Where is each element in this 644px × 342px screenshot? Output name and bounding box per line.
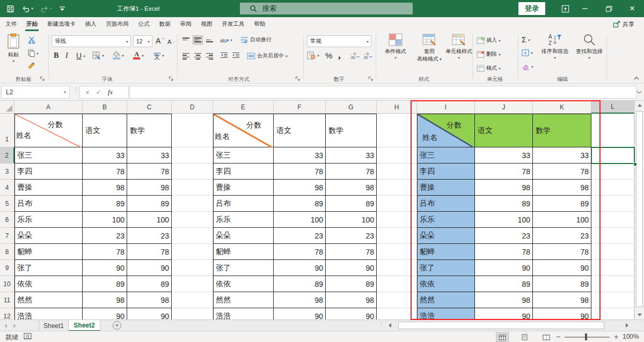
row-header-12[interactable]: 12 <box>0 308 14 319</box>
underline-button[interactable]: U▾ <box>76 51 85 60</box>
cell-chinese-score[interactable]: 98 <box>274 292 326 308</box>
phonetic-guide-button[interactable]: wén 文 ▾ <box>153 51 164 59</box>
formula-bar-splitter[interactable]: ⋮ <box>73 88 75 97</box>
cell-math-score[interactable]: 90 <box>326 260 377 276</box>
middle-align-button[interactable] <box>193 36 202 44</box>
increase-decimal-button[interactable]: ←0.00 <box>350 51 360 59</box>
zoom-slider-track[interactable] <box>565 337 610 338</box>
cell-math-score[interactable]: 33 <box>326 147 377 163</box>
enter-icon[interactable]: ✓ <box>96 88 101 96</box>
formula-input[interactable] <box>129 86 636 99</box>
cell-styles-button[interactable]: 单元格样式 ▾ <box>445 33 472 80</box>
sign-in-button[interactable]: 登录 <box>518 2 545 15</box>
column-header-E[interactable]: E <box>213 101 274 114</box>
scroll-down-icon[interactable] <box>635 310 644 319</box>
column-header-I[interactable]: I <box>417 101 475 114</box>
cell-math-score[interactable]: 89 <box>326 196 377 212</box>
cell-math-score[interactable]: 100 <box>127 212 172 228</box>
cell-name[interactable]: 依依 <box>213 276 274 292</box>
align-center-button[interactable] <box>193 52 202 60</box>
prev-sheet-icon[interactable] <box>4 324 7 328</box>
ribbon-tab-9[interactable]: 开发工具 <box>217 17 250 31</box>
cell-name[interactable]: 浩浩 <box>14 308 83 319</box>
cancel-icon[interactable]: × <box>85 88 90 96</box>
format-as-table-button[interactable]: 套用表格格式 ▾ <box>414 33 444 80</box>
cell-math-score[interactable]: 90 <box>127 260 172 276</box>
cell-chinese-score[interactable]: 23 <box>475 228 533 244</box>
horizontal-scrollbar[interactable]: ⋮ <box>376 320 634 331</box>
scroll-up-icon[interactable] <box>635 101 644 110</box>
alignment-dialog-launcher[interactable] <box>295 76 301 81</box>
cell-math-score[interactable]: 100 <box>533 212 591 228</box>
cell-math-score[interactable]: 98 <box>326 292 377 308</box>
sheet-tab-sheet1[interactable]: Sheet1 <box>39 320 69 331</box>
cell-math-score[interactable]: 98 <box>533 180 591 196</box>
cell-name[interactable]: 吕布 <box>14 196 83 212</box>
cell-name[interactable]: 李四 <box>417 163 475 180</box>
paste-button[interactable]: 粘贴 ▾ <box>3 33 24 80</box>
cell-chinese-score[interactable]: 100 <box>274 212 326 228</box>
cell-chinese-score[interactable]: 89 <box>475 276 533 292</box>
cell-math-score[interactable]: 98 <box>127 292 172 308</box>
bold-button[interactable]: B <box>54 51 58 60</box>
cell-chinese-score[interactable]: 90 <box>475 260 533 276</box>
cell-math-score[interactable]: 78 <box>326 244 377 260</box>
wrap-text-button[interactable]: 自动换行 <box>240 36 272 43</box>
sheet-tab-sheet2[interactable]: Sheet2 <box>69 320 100 331</box>
cell-name[interactable]: 张了 <box>417 260 475 276</box>
row-header-4[interactable]: 4 <box>0 180 14 196</box>
cell-name[interactable]: 张三 <box>213 147 274 163</box>
column-header-C[interactable]: C <box>127 101 172 114</box>
cell-math-score[interactable]: 89 <box>127 196 172 212</box>
cell-math-score[interactable]: 89 <box>533 196 591 212</box>
cell-chinese-score[interactable]: 78 <box>83 244 127 260</box>
cell-name[interactable]: 依依 <box>417 276 475 292</box>
table-header-math[interactable]: 数学 <box>127 114 172 147</box>
decrease-indent-button[interactable] <box>220 52 228 59</box>
cell-name[interactable]: 浩浩 <box>417 308 475 319</box>
cell-chinese-score[interactable]: 33 <box>274 147 326 163</box>
cell-name[interactable]: 吕布 <box>417 196 475 212</box>
row-header-9[interactable]: 9 <box>0 260 14 276</box>
decrease-decimal-button[interactable]: →0.00 <box>363 51 373 59</box>
macro-record-icon[interactable] <box>24 333 32 340</box>
column-header-L[interactable]: L <box>591 101 634 114</box>
ribbon-tab-7[interactable]: 审阅 <box>175 17 196 31</box>
cell-name[interactable]: 张了 <box>213 260 274 276</box>
bottom-align-button[interactable] <box>205 36 214 44</box>
sort-filter-button[interactable]: AZ 排序和筛选 ▾ <box>538 33 572 80</box>
row-header-5[interactable]: 5 <box>0 196 14 212</box>
cell-name[interactable]: 貂蝉 <box>213 244 274 260</box>
diagonal-header-cell[interactable]: 分数姓名 <box>14 114 83 147</box>
cell-name[interactable]: 然然 <box>213 292 274 308</box>
redo-icon[interactable]: ▾ <box>40 5 52 13</box>
cell-chinese-score[interactable]: 89 <box>83 196 127 212</box>
row-header-6[interactable]: 6 <box>0 212 14 228</box>
find-select-button[interactable]: 查找和选择 ▾ <box>573 33 605 80</box>
cell-math-score[interactable]: 89 <box>533 276 591 292</box>
restore-button[interactable] <box>597 0 620 17</box>
save-icon[interactable] <box>6 5 14 13</box>
cell-name[interactable]: 张三 <box>14 147 83 163</box>
insert-cells-button[interactable]: 插入▾ <box>477 36 501 44</box>
comma-style-button[interactable]: , <box>338 49 341 61</box>
format-cells-button[interactable]: 格式▾ <box>477 64 501 72</box>
cell-chinese-score[interactable]: 23 <box>83 228 127 244</box>
conditional-formatting-button[interactable]: 条件格式 ▾ <box>379 33 412 80</box>
cell-math-score[interactable]: 90 <box>533 260 591 276</box>
cell-chinese-score[interactable]: 78 <box>475 244 533 260</box>
font-name-select[interactable]: 等线▾ <box>52 35 131 47</box>
cell-chinese-score[interactable]: 98 <box>83 180 127 196</box>
cell-math-score[interactable]: 78 <box>127 163 172 180</box>
cell-chinese-score[interactable]: 100 <box>475 212 533 228</box>
diagonal-header-cell[interactable]: 分数姓名 <box>417 114 475 147</box>
ribbon-tab-5[interactable]: 公式 <box>134 17 155 31</box>
undo-icon[interactable]: ▾ <box>21 5 33 13</box>
cell-chinese-score[interactable]: 90 <box>83 308 127 319</box>
row-header-3[interactable]: 3 <box>0 163 14 180</box>
copy-button[interactable]: ▾ <box>28 49 39 57</box>
cell-chinese-score[interactable]: 89 <box>274 196 326 212</box>
cell-math-score[interactable]: 90 <box>533 308 591 319</box>
cell-chinese-score[interactable]: 89 <box>83 276 127 292</box>
cell-chinese-score[interactable]: 78 <box>475 163 533 180</box>
